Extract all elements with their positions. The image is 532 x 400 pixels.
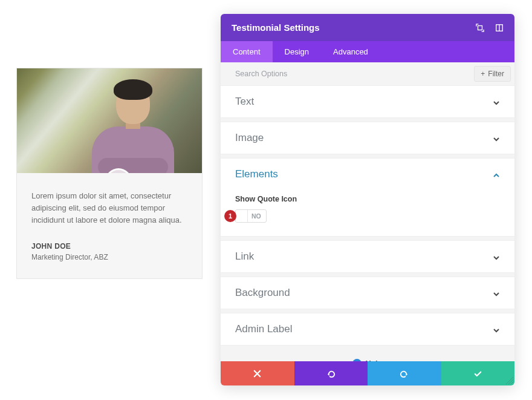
- redo-button[interactable]: [368, 361, 441, 385]
- chevron-down-icon: [493, 134, 500, 142]
- panel-header: Testimonial Settings: [221, 14, 514, 41]
- cancel-button[interactable]: [221, 361, 294, 385]
- chevron-up-icon: [493, 171, 500, 178]
- section-text[interactable]: Text: [221, 85, 514, 118]
- panel-tabs: Content Design Advanced: [221, 41, 514, 62]
- show-quote-icon-toggle[interactable]: NO: [235, 209, 267, 223]
- callout-badge: 1: [224, 210, 236, 222]
- testimonial-image: [17, 68, 202, 173]
- chevron-down-icon: [493, 253, 500, 260]
- filter-label: Filter: [488, 70, 504, 78]
- chevron-down-icon: [493, 326, 500, 333]
- tab-advanced[interactable]: Advanced: [321, 41, 380, 62]
- tab-content[interactable]: Content: [221, 41, 273, 62]
- section-title-elements: Elements: [235, 168, 278, 180]
- filter-button[interactable]: + Filter: [474, 66, 511, 82]
- section-title-background: Background: [235, 287, 290, 299]
- section-title-image: Image: [235, 132, 264, 144]
- expand-icon[interactable]: [476, 24, 484, 32]
- section-body-elements: Show Quote Icon 1 NO: [221, 195, 514, 236]
- help-row[interactable]: ? Help: [221, 349, 514, 361]
- plus-icon: +: [481, 70, 485, 78]
- testimonial-card: Lorem ipsum dolor sit amet, consectetur …: [16, 68, 203, 279]
- section-image[interactable]: Image: [221, 122, 514, 154]
- person-illustration: [92, 79, 164, 173]
- section-background[interactable]: Background: [221, 277, 514, 309]
- section-link[interactable]: Link: [221, 240, 514, 273]
- sections-scroll[interactable]: Text Image Elements Show Quote Icon 1: [221, 85, 514, 361]
- resize-handle-icon[interactable]: [505, 376, 514, 385]
- search-input[interactable]: Search Options: [235, 70, 287, 78]
- tab-design[interactable]: Design: [273, 41, 321, 62]
- panel-action-bar: [221, 361, 514, 385]
- option-label-show-quote-icon: Show Quote Icon: [235, 195, 500, 203]
- svg-rect-0: [478, 25, 482, 30]
- panel-title: Testimonial Settings: [232, 22, 320, 33]
- chevron-down-icon: [493, 98, 500, 105]
- section-title-admin-label: Admin Label: [235, 323, 293, 335]
- search-row: Search Options + Filter: [221, 62, 514, 85]
- section-elements[interactable]: Elements Show Quote Icon 1 NO: [221, 158, 514, 237]
- section-title-link: Link: [235, 251, 254, 263]
- settings-panel: Testimonial Settings Content Design Adva…: [221, 14, 514, 385]
- testimonial-body: Lorem ipsum dolor sit amet, consectetur …: [17, 173, 202, 278]
- section-title-text: Text: [235, 96, 254, 108]
- chevron-down-icon: [493, 289, 500, 297]
- testimonial-author-role: Marketing Director, ABZ: [31, 253, 187, 261]
- toggle-knob: [236, 210, 248, 222]
- save-button[interactable]: [441, 361, 515, 385]
- toggle-value: NO: [248, 212, 266, 220]
- testimonial-text: Lorem ipsum dolor sit amet, consectetur …: [31, 190, 187, 226]
- section-admin-label[interactable]: Admin Label: [221, 313, 514, 346]
- snap-icon[interactable]: [495, 24, 504, 32]
- testimonial-author-name: JOHN DOE: [31, 242, 187, 251]
- undo-button[interactable]: [294, 361, 368, 385]
